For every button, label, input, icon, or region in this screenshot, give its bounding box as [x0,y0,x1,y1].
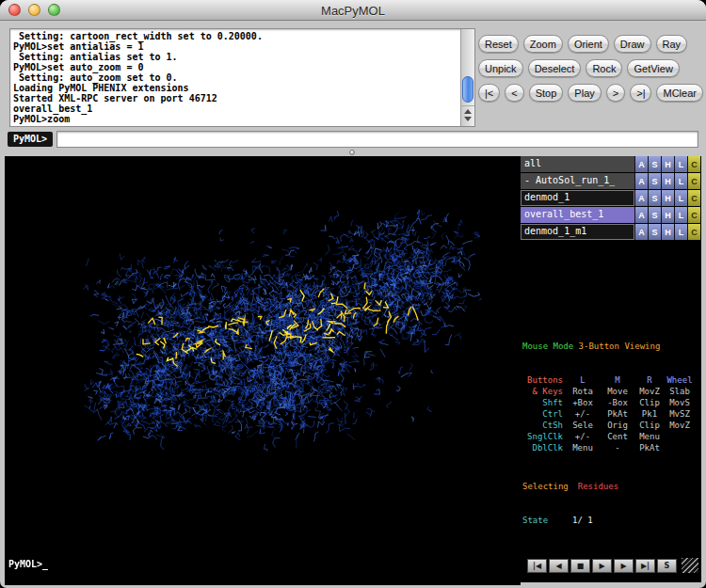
show-button[interactable]: S [648,207,661,223]
frame-end-button[interactable]: ▶| [635,559,655,573]
hide-button[interactable]: H [661,207,674,223]
step-forward-button[interactable]: > [606,84,625,102]
matrix-cell: Menu [635,431,664,442]
matrix-cell: +/- [566,408,600,420]
matrix-cell: Rota [566,386,600,397]
object-label[interactable]: - AutoSol_run_1_ [521,173,634,189]
matrix-cell: SnglClk [522,431,566,442]
color-button[interactable]: C [687,224,700,240]
command-input[interactable] [56,131,698,148]
rock-button[interactable]: Rock [586,59,622,77]
color-button[interactable]: C [687,207,700,223]
control-row-2: Unpick Deselect Rock GetView [478,59,702,77]
object-label[interactable]: denmod_1 [521,190,634,206]
matrix-cell: +/- [566,431,600,442]
show-button[interactable]: S [648,224,661,240]
mouse-matrix: Buttons L M R Wheel & Keys Rota Move Mov… [522,374,699,453]
action-button[interactable]: A [634,156,648,172]
stop-button[interactable]: Stop [529,84,564,102]
go-start-button[interactable]: |< [478,84,500,102]
label-button[interactable]: L [674,224,687,240]
hide-button[interactable]: H [661,224,674,240]
color-button[interactable]: C [687,190,700,206]
matrix-cell: Shft [522,397,566,408]
scroll-down-icon[interactable] [464,117,472,121]
zoom-button[interactable]: Zoom [523,35,563,53]
label-button[interactable]: L [674,207,687,223]
matrix-cell: DblClk [522,442,566,453]
label-button[interactable]: L [674,190,687,206]
mclear-button[interactable]: MClear [656,84,702,102]
frame-back-button[interactable]: ◀ [549,559,569,573]
scroll-up-icon[interactable] [464,109,472,114]
object-row-denmod1: denmod_1 A S H L C [521,190,700,206]
object-label[interactable]: overall_best_1 [521,207,634,223]
splitter-handle[interactable] [349,150,355,155]
molecule-viewport[interactable] [5,156,521,585]
console-text: Setting: cartoon_rect_width set to 0.200… [13,31,458,124]
action-button[interactable]: A [634,173,648,189]
resize-grip[interactable] [682,558,698,573]
show-button[interactable]: S [648,173,661,189]
reset-button[interactable]: Reset [478,35,519,53]
frame-stop-button[interactable]: ■ [570,559,590,573]
mouse-mode-row[interactable]: Mouse Mode 3-Button Viewing [522,341,699,352]
matrix-cell: M [600,374,635,386]
matrix-cell: Move [600,386,635,397]
matrix-cell: L [566,374,600,386]
color-button[interactable]: C [687,173,700,189]
console-log: Setting: cartoon_rect_width set to 0.200… [9,28,475,127]
scrollbar-thumb[interactable] [462,76,473,103]
go-end-button[interactable]: >| [630,84,651,102]
hide-button[interactable]: H [661,156,674,172]
unpick-button[interactable]: Unpick [478,59,523,77]
console-line: Started XML-RPC server on port 46712 [13,93,458,103]
matrix-cell: Buttons [522,374,566,386]
matrix-cell: Orig [600,420,635,431]
frame-play-button[interactable]: ▶ [592,559,612,573]
getview-button[interactable]: GetView [627,59,679,77]
viewport-prompt[interactable]: PyMOL>_ [8,559,48,569]
seq-toggle-button[interactable]: S [657,559,677,573]
action-button[interactable]: A [634,207,648,223]
matrix-cell: Menu [566,442,600,453]
object-label[interactable]: denmod_1_m1 [521,224,634,240]
matrix-cell: PkAt [600,408,635,420]
object-label[interactable]: all [521,156,634,172]
play-button[interactable]: Play [568,84,601,102]
window-title: MacPyMOL [0,4,706,18]
selecting-label: Selecting [522,482,569,491]
draw-button[interactable]: Draw [614,35,651,53]
matrix-cell: -Box [600,397,635,408]
selecting-value[interactable]: Residues [578,482,618,491]
matrix-cell: R [635,374,664,386]
scrollbar-buttons [461,105,474,126]
console-scrollbar[interactable] [460,29,474,126]
frame-forward-button[interactable]: ▶ [614,559,634,573]
show-button[interactable]: S [648,190,661,206]
deselect-button[interactable]: Deselect [528,59,582,77]
label-button[interactable]: L [674,173,687,189]
action-button[interactable]: A [634,224,648,240]
action-button[interactable]: A [634,190,648,206]
label-button[interactable]: L [674,156,687,172]
frame-rewind-button[interactable]: |◀ [527,559,547,573]
control-row-3: |< < Stop Play > >| MClear [478,84,702,102]
matrix-cell: Wheel [664,374,696,386]
selecting-row: SelectingResidues [522,481,699,492]
hide-button[interactable]: H [661,173,674,189]
step-back-button[interactable]: < [505,84,523,102]
object-row-autosol: - AutoSol_run_1_ A S H L C [521,173,700,189]
orient-button[interactable]: Orient [568,35,609,53]
matrix-cell: +Box [566,397,600,408]
matrix-cell: MovZ [635,386,664,397]
control-button-panel: Reset Zoom Orient Draw Ray Unpick Desele… [478,35,702,108]
show-button[interactable]: S [648,156,661,172]
ray-button[interactable]: Ray [656,35,688,53]
title-bar[interactable]: MacPyMOL [0,0,706,21]
color-button[interactable]: C [687,156,700,172]
hide-button[interactable]: H [661,190,674,206]
console-line: PyMOL>set antialias = 1 [13,41,458,52]
mouse-mode-value[interactable]: 3-Button Viewing [579,342,661,351]
matrix-cell [664,431,696,442]
